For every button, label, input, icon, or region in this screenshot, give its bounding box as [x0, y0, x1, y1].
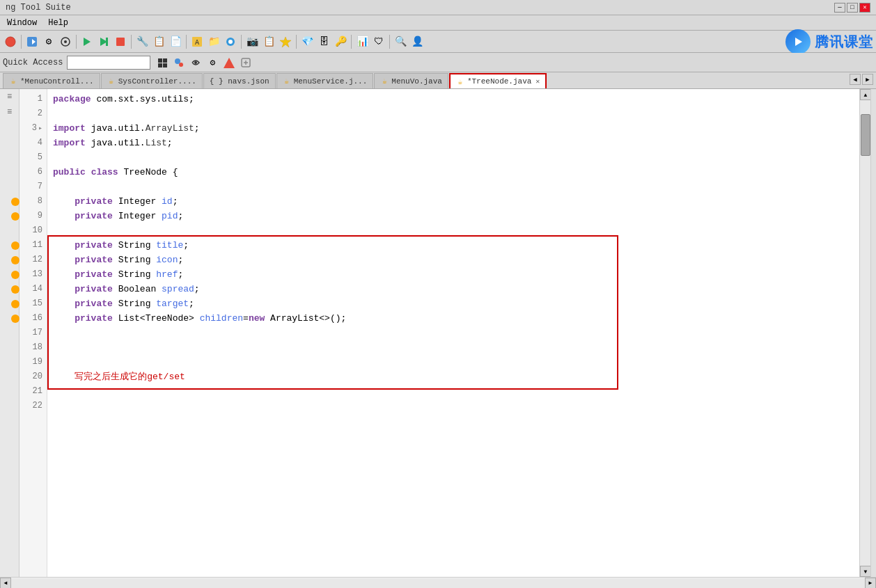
breakpoint-12[interactable] — [11, 256, 19, 264]
line-number-5: 5 — [19, 150, 42, 165]
code-line-11: private String title; — [53, 238, 854, 253]
line-number-21: 21 — [19, 384, 42, 399]
code-line-13: private String href; — [53, 267, 854, 282]
toolbar-btn-run2[interactable] — [96, 34, 111, 49]
toolbar2-btn-3[interactable] — [188, 55, 203, 70]
tab-syscontroller[interactable]: ☕ SysController.... — [101, 73, 203, 88]
toolbar-btn-19[interactable]: 🛡 — [371, 34, 386, 49]
svg-rect-18 — [163, 63, 167, 67]
toolbar-btn-1[interactable] — [3, 34, 18, 49]
toolbar-btn-21[interactable]: 👤 — [409, 34, 425, 49]
toolbar-btn-18[interactable]: 📊 — [354, 34, 370, 49]
tab-navsjson[interactable]: { } navs.json — [203, 73, 276, 88]
toolbar-btn-5[interactable] — [113, 34, 128, 49]
svg-rect-17 — [158, 63, 162, 67]
toolbar-btn-8[interactable]: 📄 — [168, 34, 183, 49]
scroll-down-button[interactable]: ▼ — [860, 566, 871, 577]
fold-icon-3[interactable]: ▸ — [38, 123, 42, 134]
line-number-17: 17 — [19, 326, 42, 340]
close-button[interactable]: ✕ — [859, 3, 870, 13]
breakpoint-8[interactable] — [11, 198, 19, 206]
tab-scroll-right[interactable]: ▶ — [862, 74, 873, 85]
breakpoint-16[interactable] — [11, 315, 19, 323]
toolbar2-btn-4[interactable]: ⚙ — [205, 55, 220, 70]
toolbar-btn-9[interactable]: A — [189, 34, 205, 49]
toolbar2-btn-2[interactable] — [171, 55, 187, 70]
code-line-10 — [53, 223, 854, 238]
java-icon-3: ☕ — [283, 77, 291, 86]
breakpoint-14[interactable] — [11, 285, 19, 294]
separator-3 — [131, 35, 132, 49]
line-number-2: 2 — [19, 106, 42, 121]
code-area[interactable]: package com.sxt.sys.utils; import java.u… — [47, 89, 859, 577]
editor-main: ≡ ≡ 123▸45678910111213141516171819202122… — [0, 89, 876, 577]
separator-1 — [21, 35, 22, 49]
toolbar-btn-12[interactable]: 📷 — [244, 34, 260, 49]
toolbar-btn-3[interactable]: ⚙ — [41, 34, 56, 49]
code-line-7 — [53, 180, 854, 194]
line-numbers: 123▸45678910111213141516171819202122 — [19, 89, 47, 577]
toolbar-btn-14[interactable] — [278, 34, 293, 49]
toolbar2-btn-6[interactable] — [238, 55, 253, 70]
code-line-16: private List<TreeNode> children=new Arra… — [53, 311, 854, 326]
breakpoint-11[interactable] — [11, 241, 19, 250]
title-bar: ng Tool Suite ─ □ ✕ — [0, 0, 876, 15]
maximize-button[interactable]: □ — [847, 3, 858, 13]
tab-menucontroller[interactable]: ☕ *MenuControll... — [3, 73, 100, 88]
minimize-button[interactable]: ─ — [834, 3, 845, 13]
code-line-15: private String target; — [53, 296, 854, 311]
toolbar2-btn-5[interactable] — [221, 55, 237, 70]
tab-close-button[interactable]: ✕ — [535, 77, 540, 86]
hscroll-track[interactable] — [11, 578, 865, 588]
tab-scroll-left[interactable]: ◀ — [850, 74, 861, 85]
toolbar-btn-13[interactable]: 📋 — [261, 34, 276, 49]
breakpoint-13[interactable] — [11, 271, 19, 279]
svg-marker-13 — [280, 37, 291, 47]
line-number-18: 18 — [19, 340, 42, 355]
tab-menuservice[interactable]: ☕ MenuService.j... — [276, 73, 374, 88]
menu-bar: Window Help — [0, 15, 876, 31]
breakpoint-15[interactable] — [11, 300, 19, 308]
line-number-9: 9 — [19, 209, 42, 223]
tab-bar: ☕ *MenuControll... ☕ SysController.... {… — [0, 72, 876, 89]
tencent-logo-text: 腾讯课堂 — [815, 33, 873, 51]
svg-rect-15 — [158, 58, 162, 63]
bottom-scrollbar[interactable]: ◀ ▶ — [0, 577, 876, 588]
code-line-3: import java.util.ArrayList; — [53, 121, 854, 136]
tab-treenode[interactable]: ☕ *TreeNode.java ✕ — [449, 73, 547, 88]
code-line-19 — [53, 355, 854, 370]
scrollbar-thumb[interactable] — [861, 114, 870, 156]
svg-point-21 — [194, 61, 197, 64]
toolbar-btn-11[interactable] — [223, 34, 238, 49]
scroll-left-button[interactable]: ◀ — [0, 578, 11, 589]
toolbar-btn-20[interactable]: 🔍 — [393, 34, 408, 49]
breakpoint-9[interactable] — [11, 212, 19, 221]
toolbar-btn-6[interactable]: 🔧 — [134, 34, 150, 49]
scroll-right-button[interactable]: ▶ — [865, 578, 876, 589]
right-scrollbar[interactable]: ▲ ▼ — [859, 89, 870, 577]
toolbar2-btn-1[interactable] — [155, 55, 170, 70]
toolbar-btn-16[interactable]: 🗄 — [316, 34, 331, 49]
menu-window[interactable]: Window — [3, 17, 41, 29]
gutter-icon-2[interactable]: ≡ — [7, 107, 12, 117]
quick-access-input[interactable] — [67, 56, 150, 70]
toolbar-btn-10[interactable]: 📁 — [206, 34, 221, 49]
toolbar-btn-17[interactable]: 🔑 — [333, 34, 348, 49]
scroll-up-button[interactable]: ▲ — [860, 89, 871, 100]
right-edge-scrollbar — [870, 89, 876, 577]
line-number-15: 15 — [19, 296, 42, 311]
toolbar-btn-4[interactable] — [58, 34, 73, 49]
scrollbar-track[interactable] — [860, 100, 870, 566]
toolbar-btn-2[interactable] — [24, 34, 40, 49]
title-bar-controls: ─ □ ✕ — [834, 3, 870, 13]
separator-2 — [76, 35, 77, 49]
toolbar-btn-run[interactable] — [79, 34, 95, 49]
menu-help[interactable]: Help — [44, 17, 72, 29]
toolbar-btn-15[interactable]: 💎 — [299, 34, 315, 49]
code-line-8: private Integer id; — [53, 194, 854, 209]
tab-menuvo[interactable]: ☕ MenuVo.java — [374, 73, 448, 88]
gutter-icon-1[interactable]: ≡ — [7, 92, 12, 102]
toolbar-btn-7[interactable]: 📋 — [151, 34, 166, 49]
quick-access-label: Quick Access — [3, 58, 63, 67]
line-number-13: 13 — [19, 267, 42, 282]
